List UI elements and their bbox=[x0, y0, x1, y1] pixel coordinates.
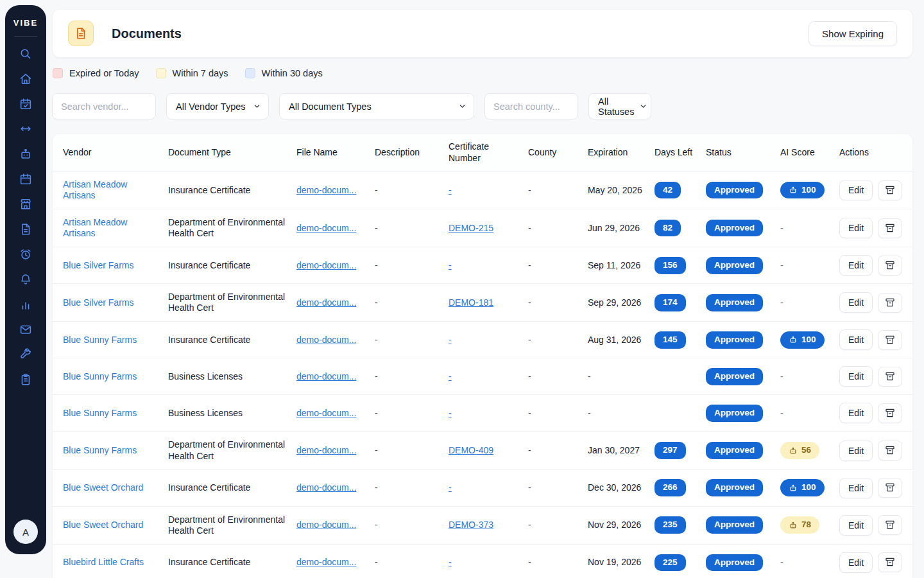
expiration-cell: Dec 30, 2026 bbox=[588, 469, 654, 506]
edit-button[interactable]: Edit bbox=[839, 478, 873, 498]
archive-button[interactable] bbox=[878, 293, 902, 313]
county: - bbox=[528, 260, 531, 270]
archive-button[interactable] bbox=[878, 403, 902, 423]
sidebar-item-robot[interactable] bbox=[17, 146, 34, 163]
archive-button[interactable] bbox=[878, 478, 902, 498]
archive-button[interactable] bbox=[878, 515, 902, 535]
ai-score-value: 100 bbox=[801, 335, 816, 345]
days-left-cell: 174 bbox=[654, 284, 706, 322]
file-name-link[interactable]: demo-docum... bbox=[296, 557, 356, 567]
archive-button[interactable] bbox=[878, 441, 902, 460]
certificate-link[interactable]: - bbox=[449, 371, 452, 381]
vendor-link[interactable]: Blue Silver Farms bbox=[63, 297, 133, 308]
certificate-link[interactable]: DEMO-373 bbox=[449, 520, 493, 530]
vendor-link[interactable]: Artisan Meadow Artisans bbox=[63, 179, 127, 200]
edit-button[interactable]: Edit bbox=[839, 403, 873, 423]
days-left-cell: 156 bbox=[654, 247, 706, 284]
file-name-link[interactable]: demo-docum... bbox=[296, 445, 356, 455]
vendor-link[interactable]: Blue Sweet Orchard bbox=[63, 482, 143, 493]
status-cell: Approved bbox=[706, 395, 780, 432]
certificate-link[interactable]: - bbox=[449, 557, 452, 567]
table-header-row: VendorDocument TypeFile NameDescriptionC… bbox=[53, 134, 913, 171]
vendor-link[interactable]: Artisan Meadow Artisans bbox=[63, 217, 127, 238]
certificate-cell: - bbox=[449, 395, 528, 432]
document-type-select[interactable]: All Document Types bbox=[279, 93, 474, 119]
archive-icon bbox=[884, 374, 896, 384]
status-cell: Approved bbox=[706, 284, 780, 322]
days-left-badge: 42 bbox=[654, 182, 681, 198]
vendor-link[interactable]: Blue Silver Farms bbox=[63, 260, 133, 270]
show-expiring-button[interactable]: Show Expiring bbox=[809, 21, 897, 46]
document-type-cell: Business Licenses bbox=[168, 358, 296, 395]
county: - bbox=[528, 408, 531, 418]
file-name-link[interactable]: demo-docum... bbox=[296, 371, 356, 381]
sidebar-item-document[interactable] bbox=[17, 222, 34, 238]
vendor-link[interactable]: Blue Sunny Farms bbox=[63, 408, 137, 418]
sidebar-item-store[interactable] bbox=[17, 197, 34, 213]
table-row: Bluebird Little CraftsInsurance Certific… bbox=[53, 544, 913, 578]
file-name-cell: demo-docum... bbox=[296, 358, 375, 395]
search-county-input[interactable] bbox=[484, 93, 578, 119]
table-body: Artisan Meadow ArtisansInsurance Certifi… bbox=[53, 171, 913, 578]
edit-button[interactable]: Edit bbox=[839, 218, 873, 238]
certificate-link[interactable]: DEMO-215 bbox=[449, 223, 493, 233]
sidebar-item-arrows-horizontal[interactable] bbox=[17, 121, 34, 138]
certificate-link[interactable]: - bbox=[449, 185, 452, 195]
archive-button[interactable] bbox=[878, 552, 902, 572]
archive-button[interactable] bbox=[878, 367, 902, 387]
edit-button[interactable]: Edit bbox=[839, 515, 873, 536]
document-type-cell: Insurance Certificate bbox=[168, 469, 296, 506]
search-vendor-input[interactable] bbox=[52, 93, 156, 119]
archive-button[interactable] bbox=[878, 256, 902, 276]
edit-button[interactable]: Edit bbox=[839, 441, 873, 461]
sidebar-item-mail[interactable] bbox=[17, 322, 34, 338]
sidebar-item-home[interactable] bbox=[17, 71, 34, 88]
file-name-link[interactable]: demo-docum... bbox=[296, 223, 356, 233]
edit-button[interactable]: Edit bbox=[839, 255, 873, 276]
vendor-link[interactable]: Blue Sweet Orchard bbox=[63, 520, 143, 530]
sidebar-item-alarm-clock[interactable] bbox=[17, 247, 34, 263]
vendor-link[interactable]: Blue Sunny Farms bbox=[63, 371, 137, 381]
status-select[interactable]: All Statuses bbox=[588, 93, 651, 119]
archive-button[interactable] bbox=[878, 330, 902, 350]
file-name-link[interactable]: demo-docum... bbox=[296, 297, 356, 308]
store-icon bbox=[19, 197, 33, 213]
file-name-link[interactable]: demo-docum... bbox=[296, 482, 356, 493]
vendor-link[interactable]: Blue Sunny Farms bbox=[63, 445, 137, 455]
file-name-link[interactable]: demo-docum... bbox=[296, 520, 356, 530]
archive-button[interactable] bbox=[878, 180, 902, 200]
avatar[interactable]: A bbox=[13, 520, 38, 544]
file-name-link[interactable]: demo-docum... bbox=[296, 408, 356, 418]
file-name-link[interactable]: demo-docum... bbox=[296, 260, 356, 270]
sidebar-item-calendar-check[interactable] bbox=[17, 96, 34, 113]
days-left-badge: 235 bbox=[654, 516, 686, 533]
vendor-link[interactable]: Bluebird Little Crafts bbox=[63, 557, 144, 567]
certificate-link[interactable]: DEMO-409 bbox=[449, 445, 493, 455]
certificate-link[interactable]: DEMO-181 bbox=[449, 297, 493, 308]
edit-button[interactable]: Edit bbox=[839, 329, 873, 350]
archive-button[interactable] bbox=[878, 218, 902, 238]
sidebar-item-bar-chart[interactable] bbox=[17, 297, 34, 313]
vendor-link[interactable]: Blue Sunny Farms bbox=[63, 335, 137, 345]
sidebar-item-wrench[interactable] bbox=[17, 347, 34, 363]
certificate-link[interactable]: - bbox=[449, 408, 452, 418]
sidebar-item-bell[interactable] bbox=[17, 272, 34, 288]
archive-icon bbox=[884, 448, 896, 458]
mail-icon bbox=[19, 322, 33, 338]
sidebar-item-calendar[interactable] bbox=[17, 171, 34, 188]
edit-button[interactable]: Edit bbox=[839, 292, 873, 313]
file-name-cell: demo-docum... bbox=[296, 432, 375, 469]
edit-button[interactable]: Edit bbox=[839, 366, 873, 387]
certificate-link[interactable]: - bbox=[449, 335, 452, 345]
certificate-link[interactable]: - bbox=[449, 260, 452, 270]
vendor-type-select[interactable]: All Vendor Types bbox=[166, 93, 269, 119]
file-name-link[interactable]: demo-docum... bbox=[296, 335, 356, 345]
sidebar-item-search[interactable] bbox=[17, 46, 34, 63]
certificate-link[interactable]: - bbox=[449, 482, 452, 493]
document-icon bbox=[19, 222, 33, 238]
file-name-link[interactable]: demo-docum... bbox=[296, 185, 356, 195]
sidebar-item-clipboard[interactable] bbox=[17, 372, 34, 389]
edit-button[interactable]: Edit bbox=[839, 180, 873, 200]
edit-button[interactable]: Edit bbox=[839, 552, 873, 573]
archive-icon bbox=[884, 559, 896, 570]
